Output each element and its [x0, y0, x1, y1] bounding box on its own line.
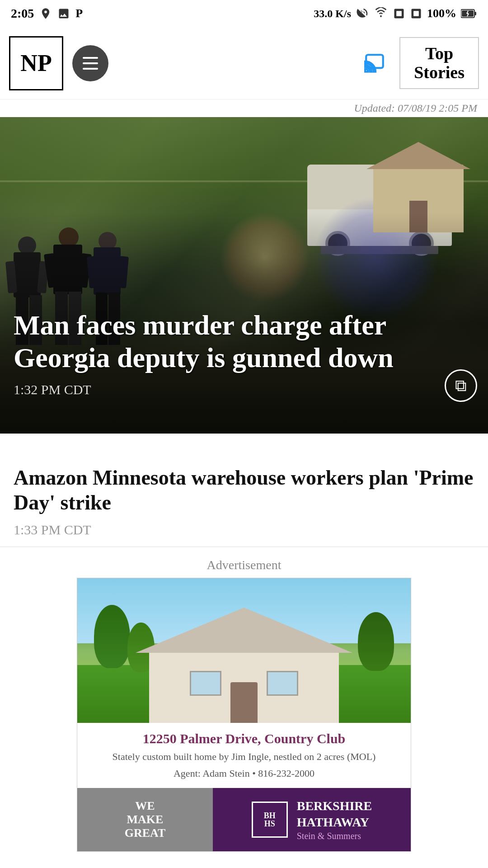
hero-time: 1:32 PM CDT [14, 382, 474, 397]
ad-house-image [77, 578, 411, 723]
hamburger-icon [83, 57, 98, 70]
second-story-item[interactable]: Amazon Minnesota warehouse workers plan … [0, 452, 488, 547]
copy-icon: ⧉ [455, 376, 467, 395]
advertisement-section: Advertisement 12250 Palmer Drive, Countr… [0, 547, 488, 852]
hero-story[interactable]: Man faces murder charge after Georgia de… [0, 117, 488, 434]
status-bar: 2:05 P 33.0 K/s 100% [0, 0, 488, 27]
mute-icon [356, 7, 369, 20]
ad-house-roof [136, 608, 352, 653]
top-stories-line1: Top [414, 44, 465, 63]
ad-great-label: GREAT [125, 826, 166, 840]
sim1-icon [393, 7, 405, 20]
content-gap [0, 434, 488, 452]
cast-icon [361, 52, 388, 75]
header-left: NP [9, 36, 108, 90]
svg-rect-3 [413, 11, 419, 16]
ad-house-window-left [190, 671, 221, 696]
network-speed: 33.0 K/s [314, 8, 351, 20]
logo-box: NP [9, 36, 63, 90]
menu-button[interactable] [72, 45, 108, 81]
location-icon [39, 7, 52, 20]
top-stories-button[interactable]: Top Stories [399, 37, 479, 90]
header-right: Top Stories [359, 37, 479, 90]
berkshire-name: BERKSHIRE [297, 798, 372, 814]
p-icon: P [75, 7, 83, 20]
berkshire-text-block: BERKSHIRE HATHAWAY Stein & Summers [297, 798, 372, 841]
top-stories-line2: Stories [414, 63, 465, 82]
ad-footer-left: WE MAKE GREAT [77, 788, 213, 851]
ad-description: Stately custom built home by Jim Ingle, … [86, 750, 402, 764]
ad-house-window-right [267, 671, 298, 696]
ad-footer-right: BH HS BERKSHIRE HATHAWAY Stein & Summers [213, 788, 411, 851]
cast-button[interactable] [359, 47, 390, 79]
image-icon [57, 7, 70, 20]
ad-text-block: 12250 Palmer Drive, Country Club Stately… [77, 723, 411, 788]
svg-rect-5 [474, 12, 476, 15]
second-story-time: 1:33 PM CDT [14, 522, 474, 538]
second-story-headline[interactable]: Amazon Minnesota warehouse workers plan … [14, 465, 474, 515]
ad-address: 12250 Palmer Drive, Country Club [86, 731, 402, 746]
wifi-icon [374, 7, 388, 20]
header: NP Top Stories [0, 27, 488, 99]
bh-logo-line2: HS [264, 820, 275, 828]
ad-agent: Agent: Adam Stein • 816-232-2000 [86, 767, 402, 781]
battery-icon [461, 9, 477, 19]
logo-text: NP [20, 50, 52, 76]
copy-button[interactable]: ⧉ [445, 369, 477, 402]
sim2-icon [410, 7, 422, 20]
status-left: 2:05 P [11, 6, 83, 21]
ad-make-label: MAKE [127, 813, 164, 826]
updated-timestamp: Updated: 07/08/19 2:05 PM [0, 99, 488, 117]
status-time: 2:05 [11, 6, 34, 21]
ad-footer: WE MAKE GREAT BH HS BERKSHIRE HATHAWAY S… [77, 788, 411, 851]
battery-percent: 100% [427, 7, 456, 20]
bh-logo-line1: BH [264, 811, 276, 820]
hathaway-name: HATHAWAY [297, 814, 372, 830]
ad-house-door [230, 682, 258, 723]
stein-summers-text: Stein & Summers [297, 831, 372, 841]
ad-container[interactable]: 12250 Palmer Drive, Country Club Stately… [77, 578, 411, 852]
hero-text-block: Man faces murder charge after Georgia de… [14, 309, 474, 397]
bh-logo: BH HS [252, 802, 288, 838]
status-right: 33.0 K/s 100% [314, 7, 477, 20]
hero-headline[interactable]: Man faces murder charge after Georgia de… [14, 309, 474, 374]
ad-label: Advertisement [0, 547, 488, 578]
svg-rect-1 [396, 11, 402, 16]
ad-we-label: WE [135, 799, 155, 813]
